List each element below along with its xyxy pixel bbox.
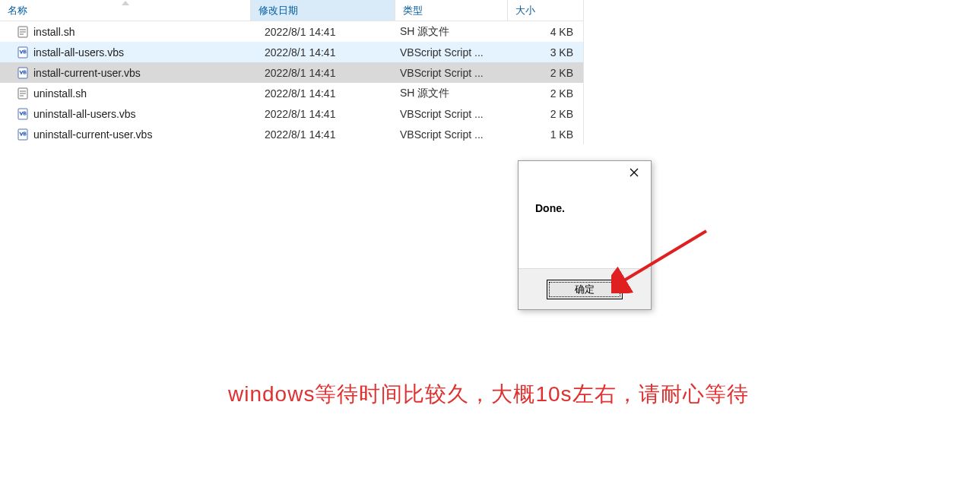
ok-button[interactable]: 确定 (547, 280, 623, 299)
column-header-size[interactable]: 大小 (508, 0, 582, 21)
file-size: 3 KB (508, 46, 582, 59)
file-size: 4 KB (508, 26, 582, 38)
file-row[interactable]: uninstall.sh2022/8/1 14:41SH 源文件2 KB (0, 83, 583, 103)
file-date: 2022/8/1 14:41 (251, 108, 395, 120)
column-headers: 名称 修改日期 类型 大小 (0, 0, 583, 21)
file-explorer-pane: 名称 修改日期 类型 大小 install.sh2022/8/1 14:41SH… (0, 0, 584, 144)
file-type: VBScript Script ... (395, 128, 508, 141)
file-size: 1 KB (508, 128, 582, 141)
file-name: install.sh (33, 26, 75, 38)
file-type: VBScript Script ... (395, 108, 508, 120)
file-name: install-current-user.vbs (33, 67, 141, 79)
file-type: SH 源文件 (395, 25, 508, 39)
file-date: 2022/8/1 14:41 (251, 26, 395, 38)
file-size: 2 KB (508, 108, 582, 120)
dialog-message: Done. (519, 190, 651, 268)
file-type: VBScript Script ... (395, 67, 508, 79)
file-type: VBScript Script ... (395, 46, 508, 59)
column-header-name[interactable]: 名称 (0, 0, 251, 21)
file-name: uninstall.sh (33, 87, 87, 100)
annotation-caption: windows等待时间比较久，大概10s左右，请耐心等待 (228, 380, 749, 409)
file-size: 2 KB (508, 87, 582, 100)
vbs-file-icon (17, 67, 29, 79)
file-date: 2022/8/1 14:41 (251, 46, 395, 59)
vbs-file-icon (17, 108, 29, 120)
dialog-close-button[interactable] (617, 161, 651, 184)
file-name: uninstall-current-user.vbs (33, 128, 152, 141)
file-date: 2022/8/1 14:41 (251, 67, 395, 79)
file-row[interactable]: uninstall-current-user.vbs2022/8/1 14:41… (0, 124, 583, 144)
file-type: SH 源文件 (395, 87, 508, 100)
column-header-date[interactable]: 修改日期 (251, 0, 395, 21)
file-rows: install.sh2022/8/1 14:41SH 源文件4 KB insta… (0, 21, 583, 144)
file-name: uninstall-all-users.vbs (33, 108, 136, 120)
file-row[interactable]: install-current-user.vbs2022/8/1 14:41VB… (0, 62, 583, 83)
vbs-file-icon (17, 46, 29, 59)
sh-file-icon (17, 87, 29, 100)
file-date: 2022/8/1 14:41 (251, 128, 395, 141)
dialog-footer: 确定 (519, 268, 651, 309)
close-icon (630, 168, 639, 177)
message-dialog: Done. 确定 (518, 160, 652, 310)
file-size: 2 KB (508, 67, 582, 79)
dialog-titlebar (519, 161, 651, 190)
file-date: 2022/8/1 14:41 (251, 87, 395, 100)
file-name: install-all-users.vbs (33, 46, 124, 59)
column-header-type[interactable]: 类型 (395, 0, 508, 21)
vbs-file-icon (17, 128, 29, 141)
file-row[interactable]: install-all-users.vbs2022/8/1 14:41VBScr… (0, 42, 583, 62)
file-row[interactable]: install.sh2022/8/1 14:41SH 源文件4 KB (0, 21, 583, 42)
sh-file-icon (17, 26, 29, 38)
file-row[interactable]: uninstall-all-users.vbs2022/8/1 14:41VBS… (0, 103, 583, 124)
